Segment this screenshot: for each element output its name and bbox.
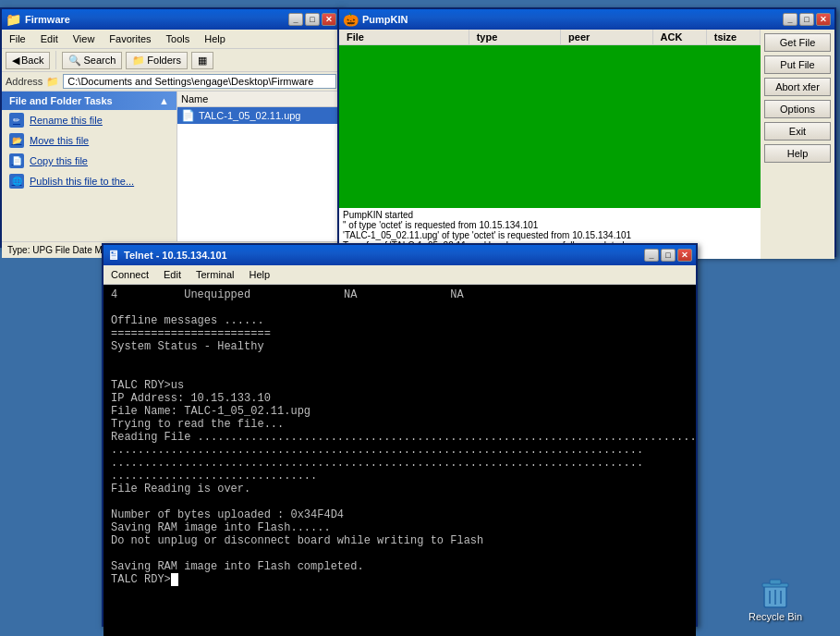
- menu-favorites[interactable]: Favorites: [105, 31, 154, 46]
- telnet-menu-help[interactable]: Help: [246, 267, 274, 282]
- telnet-titlebar-text: Telnet - 10.15.134.101: [124, 250, 644, 261]
- publish-icon: 🌐: [9, 174, 24, 189]
- telnet-window: 🖥 Telnet - 10.15.134.101 _ □ ✕ Connect E…: [102, 243, 698, 627]
- task-copy[interactable]: 📄 Copy this file: [2, 151, 177, 171]
- telnet-restore-button[interactable]: □: [661, 249, 676, 262]
- pumpkin-transfer-area: PumpKIN started " of type 'octet' is req…: [339, 45, 761, 259]
- address-label: Address: [6, 76, 43, 87]
- telnet-content[interactable]: 4 Unequipped NA NA Offline messages ....…: [103, 285, 696, 636]
- view-icon: ▦: [198, 55, 207, 67]
- telnet-minimize-button[interactable]: _: [644, 249, 659, 262]
- explorer-content: File and Folder Tasks ▲ ✏ Rename this fi…: [2, 92, 340, 241]
- task-panel-header: File and Folder Tasks ▲: [2, 92, 177, 110]
- task-publish[interactable]: 🌐 Publish this file to the...: [2, 171, 177, 191]
- pumpkin-log-line-2: 'TALC-1_05_02.11.upg' of type 'octet' is…: [343, 230, 757, 240]
- put-file-button[interactable]: Put File: [764, 55, 831, 74]
- back-icon: ◀: [12, 55, 19, 67]
- svg-rect-2: [770, 580, 781, 584]
- telnet-menu-edit[interactable]: Edit: [160, 267, 185, 282]
- firmware-menubar: File Edit View Favorites Tools Help: [2, 30, 340, 49]
- pumpkin-titlebar-text: PumpKIN: [362, 14, 783, 25]
- firmware-titlebar-text: Firmware: [25, 14, 288, 25]
- menu-help[interactable]: Help: [201, 31, 229, 46]
- options-button[interactable]: Options: [764, 100, 831, 118]
- address-input[interactable]: [63, 74, 336, 89]
- telnet-menu-connect[interactable]: Connect: [107, 267, 152, 282]
- recycle-bin-icon[interactable]: Recycle Bin: [743, 574, 808, 622]
- back-button[interactable]: ◀ Back: [6, 52, 50, 69]
- pumpkin-titlebar-icon: 🎃: [343, 12, 359, 27]
- toolbar-separator: [55, 51, 56, 69]
- menu-edit[interactable]: Edit: [37, 31, 62, 46]
- copy-icon: 📄: [9, 153, 24, 168]
- folders-button[interactable]: 📁 Folders: [126, 52, 188, 69]
- telnet-menu-terminal[interactable]: Terminal: [192, 267, 238, 282]
- right-panel: Name 📄 TALC-1_05_02.11.upg: [177, 92, 340, 241]
- pumpkin-minimize-button[interactable]: _: [783, 13, 797, 26]
- recycle-bin-label: Recycle Bin: [749, 611, 802, 622]
- task-move[interactable]: 📂 Move this file: [2, 130, 177, 151]
- pumpkin-log-line-0: PumpKIN started: [343, 210, 757, 220]
- telnet-close-button[interactable]: ✕: [677, 249, 692, 262]
- pumpkin-left: File type peer ACK tsize PumpKIN started…: [339, 30, 761, 259]
- firmware-window: 📁 Firmware _ □ ✕ File Edit View Favorite…: [0, 7, 342, 248]
- rename-icon: ✏: [9, 113, 24, 128]
- pumpkin-window: 🎃 PumpKIN _ □ ✕ File type peer ACK tsize…: [337, 7, 836, 257]
- pumpkin-col-peer: peer: [561, 30, 652, 44]
- pumpkin-buttons: Get File Put File Abort xfer Options Exi…: [761, 30, 834, 259]
- pumpkin-file-header: File type peer ACK tsize: [339, 30, 761, 45]
- pumpkin-titlebar[interactable]: 🎃 PumpKIN _ □ ✕: [339, 9, 834, 30]
- menu-view[interactable]: View: [69, 31, 99, 46]
- pumpkin-close-button[interactable]: ✕: [816, 13, 831, 26]
- left-panel: File and Folder Tasks ▲ ✏ Rename this fi…: [2, 92, 177, 241]
- pumpkin-col-ack: ACK: [653, 30, 707, 44]
- folders-icon: 📁: [132, 55, 145, 67]
- pumpkin-log-line-1: " of type 'octet' is requested from 10.1…: [343, 220, 757, 230]
- menu-file[interactable]: File: [6, 31, 30, 46]
- help-button[interactable]: Help: [764, 144, 831, 163]
- task-rename[interactable]: ✏ Rename this file: [2, 110, 177, 130]
- pumpkin-col-tsize: tsize: [707, 30, 761, 44]
- view-button[interactable]: ▦: [191, 52, 213, 69]
- firmware-toolbar: ◀ Back 🔍 Search 📁 Folders ▦: [2, 49, 340, 72]
- pumpkin-col-file: File: [339, 30, 469, 44]
- firmware-titlebar[interactable]: 📁 Firmware _ □ ✕: [2, 9, 340, 30]
- file-icon-upg: 📄: [181, 109, 195, 122]
- pumpkin-content: File type peer ACK tsize PumpKIN started…: [339, 30, 834, 259]
- search-button[interactable]: 🔍 Search: [62, 52, 122, 69]
- firmware-titlebar-icon: 📁: [6, 12, 21, 27]
- exit-button[interactable]: Exit: [764, 122, 831, 141]
- pumpkin-maximize-button[interactable]: □: [799, 13, 814, 26]
- menu-tools[interactable]: Tools: [163, 31, 194, 46]
- minimize-button[interactable]: _: [288, 13, 303, 26]
- col-name: Name: [177, 92, 340, 106]
- telnet-titlebar-icon: 🖥: [107, 248, 120, 263]
- abort-xfer-button[interactable]: Abort xfer: [764, 78, 831, 96]
- file-list-header: Name: [177, 92, 340, 107]
- telnet-titlebar[interactable]: 🖥 Telnet - 10.15.134.101 _ □ ✕: [103, 245, 696, 265]
- telnet-menubar: Connect Edit Terminal Help: [103, 265, 696, 285]
- move-icon: 📂: [9, 133, 24, 148]
- close-button[interactable]: ✕: [322, 13, 336, 26]
- maximize-button[interactable]: □: [305, 13, 320, 26]
- file-item-upg[interactable]: 📄 TALC-1_05_02.11.upg: [177, 107, 340, 124]
- search-icon: 🔍: [68, 55, 81, 67]
- pumpkin-col-type: type: [469, 30, 561, 44]
- address-bar: Address 📁: [2, 72, 340, 92]
- collapse-icon[interactable]: ▲: [159, 95, 169, 106]
- recycle-bin-image: [757, 574, 794, 611]
- address-folder-icon: 📁: [46, 76, 59, 88]
- get-file-button[interactable]: Get File: [764, 33, 831, 52]
